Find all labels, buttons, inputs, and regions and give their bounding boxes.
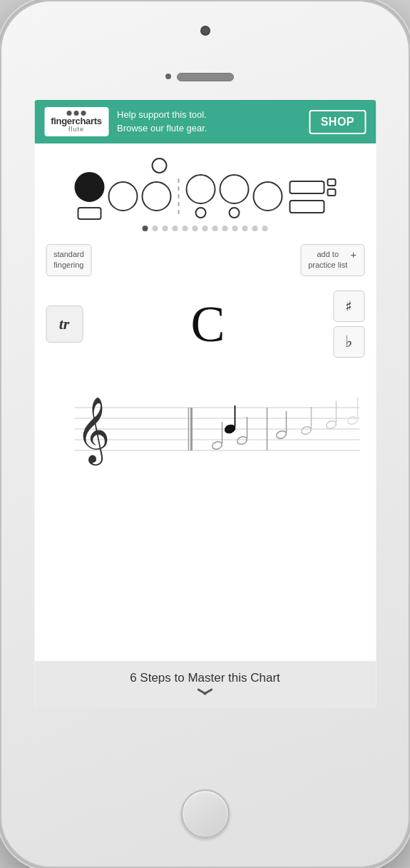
dot-indicator-6[interactable] — [203, 226, 208, 231]
steps-label: 6 Steps to Master this Chart — [130, 671, 280, 685]
dot-indicator-2[interactable] — [163, 226, 168, 231]
key-rect-bottom — [289, 200, 324, 213]
dashed-separator — [178, 178, 179, 214]
shop-button[interactable]: SHOP — [309, 110, 366, 134]
hole-4b — [195, 207, 206, 218]
dot-indicator-9[interactable] — [232, 226, 238, 231]
banner: fingercharts flute Help support this too… — [34, 100, 376, 143]
dots-indicator — [143, 226, 268, 231]
key-small-1 — [327, 178, 336, 186]
hole-4a — [185, 174, 215, 204]
thumb-key-1 — [77, 207, 101, 220]
logo-box: fingercharts flute — [44, 107, 108, 136]
right-key-group — [289, 178, 336, 213]
dot-indicator-7[interactable] — [212, 226, 218, 231]
chevron-down-icon — [197, 690, 214, 698]
speaker-grille — [177, 73, 234, 81]
accidental-buttons: ♯ ♭ — [333, 291, 364, 358]
steps-bar[interactable]: 6 Steps to Master this Chart — [34, 661, 376, 708]
note-letter: C — [190, 298, 225, 350]
standard-fingering-button[interactable]: standardfingering — [46, 244, 92, 276]
hole-group-6 — [252, 181, 282, 211]
flat-button[interactable]: ♭ — [333, 326, 364, 358]
hole-5b — [228, 207, 240, 218]
add-to-practice-button[interactable]: add to practice list + — [300, 244, 364, 276]
hole-2 — [108, 181, 138, 211]
logo-dot-1 — [67, 111, 72, 116]
side-hole-top — [151, 158, 167, 173]
svg-point-20 — [347, 415, 359, 425]
banner-text: Help support this tool. Browse our flute… — [117, 108, 301, 134]
key-rect-top — [289, 181, 324, 194]
hole-group-4 — [185, 174, 215, 218]
trill-button[interactable]: tr — [46, 306, 83, 343]
hole-group-1 — [74, 172, 104, 220]
trill-label: tr — [59, 315, 70, 333]
hole-3 — [141, 181, 171, 211]
logo-dot-2 — [74, 111, 79, 116]
svg-point-8 — [211, 440, 223, 450]
hole-5 — [219, 174, 249, 204]
plus-icon: + — [350, 249, 357, 260]
fingering-section — [34, 143, 376, 244]
dot-indicator-11[interactable] — [252, 226, 258, 231]
add-practice-text: add to practice list — [308, 249, 347, 271]
key-small-2 — [327, 188, 336, 196]
hole-group-2 — [108, 181, 138, 211]
hole-6 — [252, 181, 282, 211]
svg-point-18 — [325, 420, 337, 430]
dot-indicator-0[interactable] — [143, 226, 148, 231]
sharp-symbol: ♯ — [345, 298, 352, 315]
dot-indicator-4[interactable] — [183, 226, 188, 231]
note-area: tr C ♯ ♭ — [34, 283, 376, 365]
treble-clef-symbol: 𝄞 — [76, 398, 109, 466]
dot-indicator-3[interactable] — [173, 226, 178, 231]
camera-icon — [200, 26, 210, 36]
dot-indicator-5[interactable] — [193, 226, 198, 231]
flat-symbol: ♭ — [345, 333, 352, 351]
controls-row: standardfingering add to practice list + — [34, 244, 376, 276]
hole-group-5 — [219, 174, 249, 218]
staff-svg: 𝄞 — [46, 372, 364, 486]
svg-point-16 — [300, 425, 312, 435]
dot-indicator-8[interactable] — [222, 226, 228, 231]
dot-indicator-10[interactable] — [242, 226, 248, 231]
staff-section: 𝄞 — [34, 365, 376, 661]
svg-point-14 — [275, 430, 287, 440]
home-button[interactable] — [181, 789, 230, 838]
logo-dot-3 — [81, 111, 86, 116]
hole-1-filled — [74, 172, 104, 202]
screen: fingercharts flute Help support this too… — [34, 100, 376, 708]
dot-indicator-1[interactable] — [153, 226, 158, 231]
dot-indicator-12[interactable] — [262, 226, 268, 231]
note-letter-container: C — [97, 298, 319, 350]
sharp-button[interactable]: ♯ — [333, 291, 364, 322]
logo-dots — [67, 111, 86, 116]
svg-point-10 — [236, 435, 248, 445]
front-sensor — [165, 74, 171, 79]
logo-title: fingercharts — [51, 116, 102, 126]
logo-subtitle: flute — [68, 126, 84, 133]
phone-shell: fingercharts flute Help support this too… — [0, 0, 410, 868]
hole-group-3 — [141, 181, 171, 211]
